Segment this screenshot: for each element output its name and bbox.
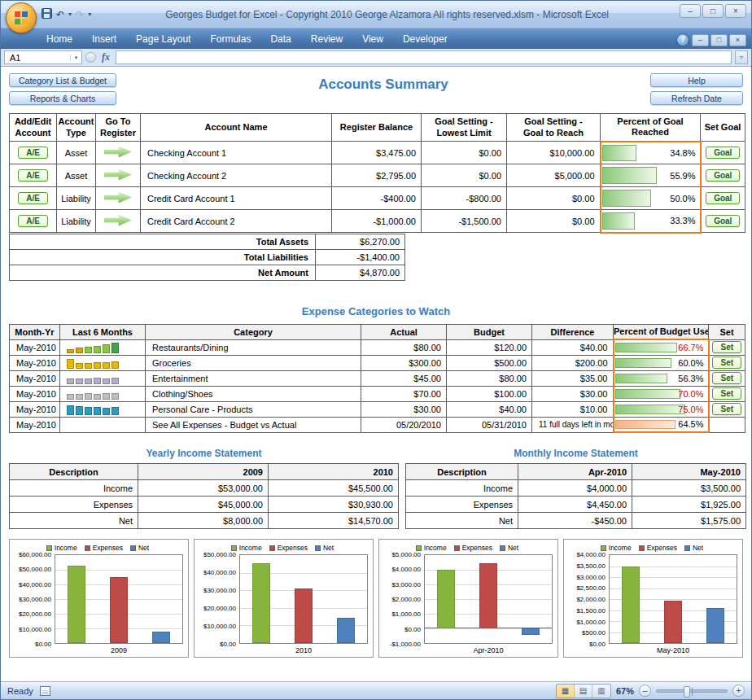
account-row: A/E Liability Credit Card Account 1 -$40… [10,187,745,210]
income-row-item: Income $4,000.00 $3,500.00 [406,480,746,497]
tab-home[interactable]: Home [37,30,82,49]
zoom-level-label[interactable]: 67% [616,686,634,696]
macro-record-icon[interactable] [40,686,50,696]
cell-reference: A1 [5,53,70,63]
office-button[interactable] [6,2,37,33]
set-budget-button[interactable]: Set [712,372,741,384]
goal-reach-cell: $5,000.00 [507,164,601,187]
zoom-out-button[interactable]: – [639,685,651,697]
monthly-header-row: Description Apr-2010 May-2010 [406,464,746,480]
go-to-register-arrow-icon[interactable] [104,146,132,158]
expenses-header-row: Month-Yr Last 6 Months Category Actual B… [10,324,745,339]
account-row: A/E Asset Checking Account 2 $2,795.00 $… [10,164,745,187]
legend-expenses: Expenses [639,544,677,552]
budget-cell: $500.00 [447,355,532,370]
tab-developer[interactable]: Developer [393,30,457,49]
value-may: $1,575.00 [632,513,746,529]
page-break-view-button[interactable]: ▥ [592,685,610,698]
value-2010: $14,570.00 [269,513,399,529]
value-2009: $53,000.00 [138,480,269,497]
tab-page-layout[interactable]: Page Layout [126,30,200,49]
workbook-restore-button[interactable]: □ [710,34,728,46]
account-name-cell: Credit Card Account 1 [141,187,332,210]
set-budget-button[interactable]: Set [712,357,741,369]
budget-percent-label: 75.0% [614,405,708,414]
set-goal-button[interactable]: Goal [706,147,740,159]
app-restore-button[interactable]: □ [702,4,724,18]
zoom-in-button[interactable]: + [732,685,745,697]
zoom-slider[interactable] [656,689,728,693]
undo-dropdown-icon[interactable]: ▾ [68,9,72,20]
qat-customize-icon[interactable]: ▾ [88,9,91,20]
refresh-date-button[interactable]: Refresh Date [650,91,743,105]
set-budget-button[interactable]: Set [712,341,741,353]
fx-icon[interactable]: fx [99,51,112,63]
goal-reach-cell: $0.00 [507,210,601,233]
chart-apr-2010[interactable]: IncomeExpensesNet $5,000.00$4,000.00$3,0… [378,539,558,658]
zoom-slider-thumb[interactable] [684,686,690,698]
office-logo-icon [15,11,28,24]
income-row-item: Expenses $45,000.00 $30,930.00 [10,497,399,513]
header-set: Set [709,324,745,339]
go-to-register-arrow-icon[interactable] [104,214,132,226]
register-balance-cell: -$400.00 [332,187,422,210]
go-to-register-arrow-icon[interactable] [104,168,132,181]
add-edit-account-button[interactable]: A/E [18,147,48,159]
tab-formulas[interactable]: Formulas [200,30,260,49]
save-icon[interactable] [42,8,52,21]
tab-data[interactable]: Data [260,30,300,49]
percent-budget-cell: 66.7% [614,339,709,355]
account-name-cell: Checking Account 2 [141,164,332,187]
name-box[interactable]: A1 ▾ [4,50,82,64]
set-budget-button[interactable]: Set [712,403,741,415]
name-box-dropdown-icon[interactable]: ▾ [70,55,81,61]
register-balance-cell: $3,475.00 [332,142,422,164]
tab-view[interactable]: View [352,30,393,49]
budget-cell: $40.00 [447,401,532,417]
add-edit-account-button[interactable]: A/E [18,192,48,204]
set-goal-button[interactable]: Goal [706,169,740,182]
help-icon[interactable]: ? [676,33,689,46]
formula-bar-expand-icon[interactable]: ▿ [735,50,748,64]
page-layout-view-button[interactable]: ▤ [575,685,592,698]
tab-review[interactable]: Review [301,30,352,49]
app-minimize-button[interactable]: – [680,4,701,18]
goal-lowest-cell: -$800.00 [422,187,507,210]
reports-charts-button[interactable]: Reports & Charts [9,91,116,105]
workbook-minimize-button[interactable]: – [692,34,709,46]
chart-may-2010[interactable]: IncomeExpensesNet $4,000.00$3,500.00$3,0… [563,539,743,658]
chart-2010[interactable]: IncomeExpensesNet $50,000.00$40,000.00$3… [194,539,374,658]
title-bar: ↶ ▾ ↷ ▾ Georges Budget for Excel - Copyr… [1,1,751,28]
workbook-close-button[interactable]: × [729,34,746,46]
header-add-edit-account: Add/Edit Account [10,114,57,142]
add-edit-account-button[interactable]: A/E [18,169,48,182]
normal-view-button[interactable]: ▦ [557,685,575,698]
chart-x-label: Apr-2010 [424,644,553,656]
app-close-button[interactable]: × [725,4,746,18]
header-percent-of-goal: Percent of Goal Reached [601,114,701,142]
month-progress-cell: 64.5% [614,417,709,432]
expense-row: May-2010 Restaurants/Dining $80.00 $120.… [10,339,745,355]
header-percent-budget-used: Percent of Budget Used [614,324,709,339]
chart-2009[interactable]: IncomeExpensesNet $60,000.00$50,000.00$4… [9,539,189,658]
percent-goal-cell: 33.3% [601,210,701,233]
income-row-item: Net $8,000.00 $14,570.00 [10,513,399,529]
chart-plot-area [55,554,183,644]
account-type-cell: Asset [57,142,96,164]
goal-lowest-cell: $0.00 [422,142,507,164]
undo-icon[interactable]: ↶ [56,9,64,20]
set-goal-button[interactable]: Goal [706,192,740,204]
go-to-register-arrow-icon[interactable] [104,191,132,203]
value-apr: $4,000.00 [518,480,632,497]
income-row-item: Net -$450.00 $1,575.00 [406,513,746,529]
tab-insert[interactable]: Insert [82,30,126,49]
set-budget-button[interactable]: Set [712,387,741,400]
chart-y-axis: $4,000.00$3,500.00$3,000.00$2,500.00$2,0… [566,554,609,644]
category-list-budget-button[interactable]: Category List & Budget [9,73,116,87]
formula-input[interactable] [116,50,732,64]
help-button[interactable]: Help [650,73,743,87]
add-edit-account-button[interactable]: A/E [18,215,48,227]
set-goal-button[interactable]: Goal [706,215,740,227]
insert-function-icon[interactable] [85,52,96,63]
header-goal-lowest-limit: Goal Setting - Lowest Limit [422,114,507,142]
